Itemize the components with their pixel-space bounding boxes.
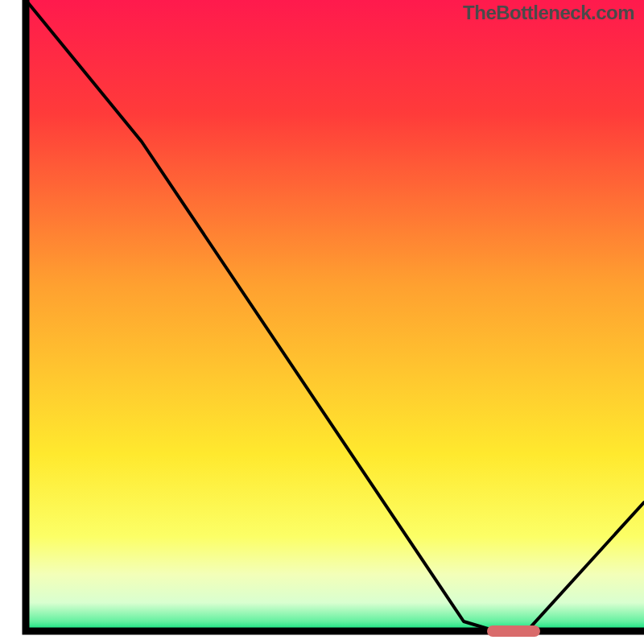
bottleneck-chart: TheBottleneck.com	[0, 0, 644, 644]
gradient-fill	[26, 0, 644, 631]
chart-svg	[0, 0, 644, 644]
watermark-text: TheBottleneck.com	[463, 2, 634, 24]
